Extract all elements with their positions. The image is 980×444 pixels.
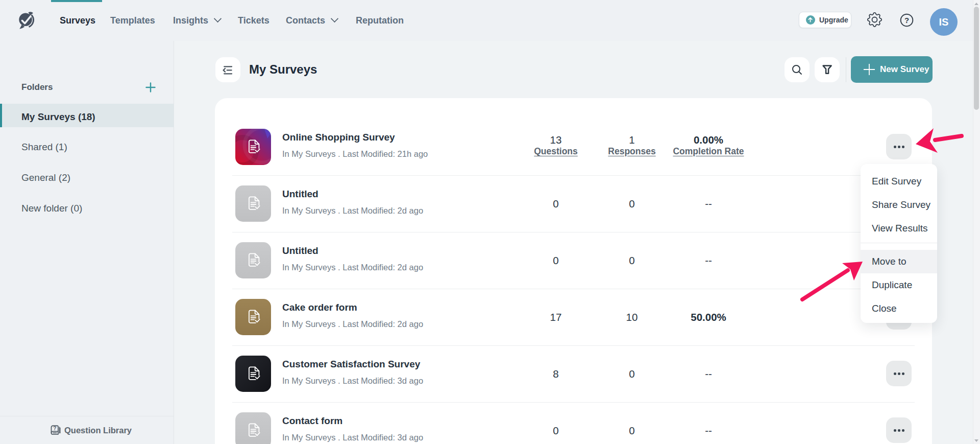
svg-text:?: ?: [904, 16, 909, 25]
svg-text:?: ?: [53, 426, 56, 431]
